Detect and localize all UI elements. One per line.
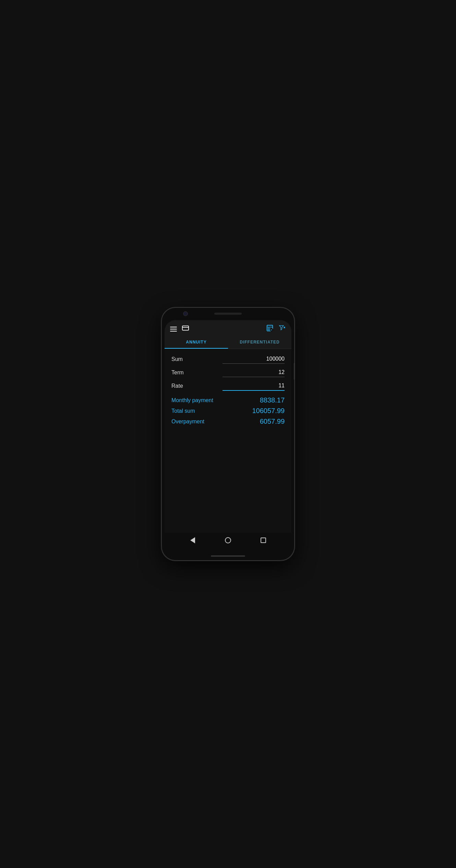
rate-row: Rate (171, 381, 285, 391)
screen: + ANNUITY DIFFERENTIATED (165, 320, 291, 548)
term-row: Term (171, 368, 285, 377)
monthly-payment-value: 8838.17 (260, 396, 285, 404)
bottom-pill (211, 555, 245, 557)
svg-rect-0 (182, 326, 189, 330)
phone-shell: + ANNUITY DIFFERENTIATED (161, 307, 295, 561)
table-chart-icon[interactable]: + (266, 324, 274, 334)
recent-apps-button[interactable] (258, 535, 269, 546)
home-button[interactable] (223, 535, 233, 546)
filter-clear-icon[interactable] (278, 324, 286, 334)
term-input[interactable] (223, 368, 285, 377)
results-section: Monthly payment 8838.17 Total sum 106057… (171, 396, 285, 425)
rate-label: Rate (171, 383, 183, 389)
credit-card-icon[interactable] (182, 324, 189, 334)
tab-differentiated[interactable]: DIFFERENTIATED (228, 336, 291, 349)
tabs: ANNUITY DIFFERENTIATED (165, 336, 291, 349)
sum-label: Sum (171, 356, 183, 362)
camera (183, 311, 188, 316)
back-button[interactable] (187, 535, 198, 546)
overpayment-value: 6057.99 (260, 418, 285, 425)
sum-input[interactable] (223, 354, 285, 364)
monthly-payment-row: Monthly payment 8838.17 (171, 396, 285, 404)
top-bar-left (170, 324, 189, 334)
main-content: Sum Term Rate Monthly payment 8838.17 (165, 349, 291, 533)
tab-annuity[interactable]: ANNUITY (165, 336, 228, 349)
overpayment-row: Overpayment 6057.99 (171, 418, 285, 425)
monthly-payment-label: Monthly payment (171, 397, 213, 403)
total-sum-label: Total sum (171, 408, 195, 414)
sum-row: Sum (171, 354, 285, 364)
term-label: Term (171, 370, 184, 376)
bottom-navigation (165, 533, 291, 548)
top-bar: + (165, 320, 291, 336)
total-sum-row: Total sum 106057.99 (171, 407, 285, 415)
hamburger-menu-icon[interactable] (170, 327, 177, 331)
power-button (294, 363, 295, 380)
overpayment-label: Overpayment (171, 419, 204, 425)
total-sum-value: 106057.99 (252, 407, 285, 415)
svg-text:+: + (271, 328, 272, 331)
top-bar-right: + (266, 324, 286, 334)
rate-input[interactable] (223, 381, 285, 391)
speaker (214, 313, 242, 315)
